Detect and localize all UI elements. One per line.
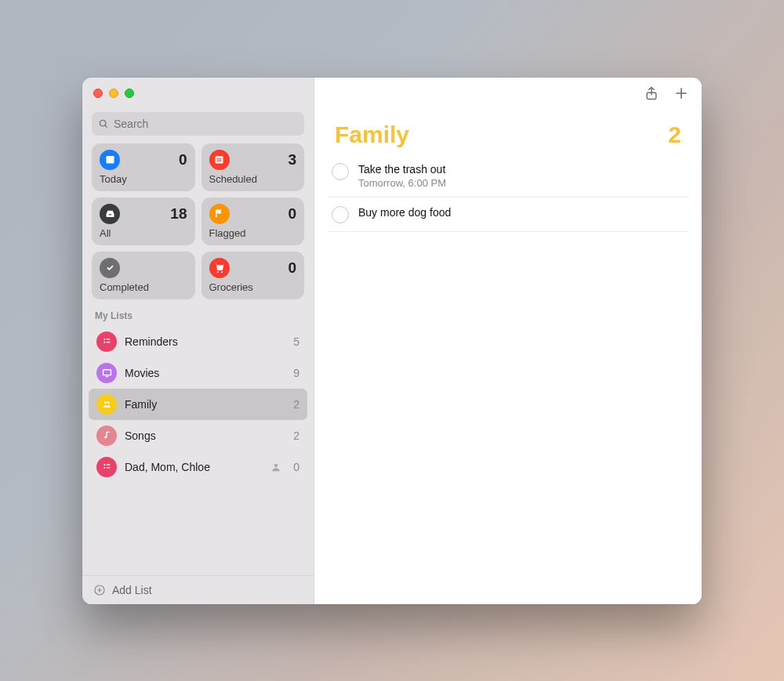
my-lists-heading: My Lists (82, 299, 314, 326)
calendar-lines-icon (209, 150, 230, 170)
smartlist-label: Flagged (209, 227, 297, 239)
titlebar (82, 78, 314, 109)
shared-icon (270, 461, 282, 473)
list-item-label: Songs (125, 429, 285, 442)
music-icon (96, 426, 117, 446)
close-icon[interactable] (93, 89, 103, 98)
check-icon (100, 258, 120, 278)
smartlist-label: Groceries (209, 281, 297, 293)
smartlist-label: Today (100, 173, 187, 185)
share-button[interactable] (644, 85, 659, 101)
list-title: Family (335, 121, 409, 148)
list-item-songs[interactable]: Songs 2 (89, 420, 307, 451)
list-item-family[interactable]: Family 2 (89, 389, 307, 420)
list-item-label: Movies (125, 367, 285, 379)
minimize-icon[interactable] (109, 89, 118, 98)
add-list-button[interactable]: Add List (82, 575, 314, 604)
bullet-icon (96, 331, 117, 352)
add-list-label: Add List (112, 584, 152, 596)
my-lists: Reminders 5 Movies 9 Family 2 Songs 2 Da… (82, 326, 314, 575)
svg-point-8 (104, 263, 115, 273)
plus-icon (673, 85, 689, 101)
reminder-body: Take the trash out Tomorrow, 6:00 PM (358, 162, 684, 190)
smartlist-count: 0 (288, 205, 296, 223)
list-item-dadmom[interactable]: Dad, Mom, Chloe 0 (89, 451, 307, 483)
smartlist-count: 3 (288, 151, 296, 168)
svg-point-18 (107, 401, 109, 404)
smartlist-scheduled[interactable]: 3 Scheduled (201, 143, 305, 191)
list-item-reminders[interactable]: Reminders 5 (89, 326, 307, 357)
reminder-subtitle: Tomorrow, 6:00 PM (358, 177, 684, 189)
svg-point-11 (103, 339, 105, 340)
smartlist-all[interactable]: 18 All (92, 197, 195, 245)
svg-point-9 (216, 271, 218, 273)
list-item-label: Family (125, 398, 285, 411)
reminder-row[interactable]: Buy more dog food (328, 197, 688, 232)
list-item-label: Dad, Mom, Chloe (125, 461, 262, 473)
list-item-count: 5 (293, 335, 299, 348)
smartlist-label: Scheduled (209, 173, 297, 185)
list-item-count: 2 (293, 429, 299, 442)
reminder-body: Buy more dog food (358, 205, 684, 223)
list-item-label: Reminders (125, 335, 285, 348)
svg-text:20: 20 (107, 158, 112, 163)
smartlist-groceries[interactable]: 0 Groceries (201, 252, 305, 299)
smartlist-count: 0 (288, 259, 296, 277)
list-item-count: 2 (293, 398, 299, 411)
smartlist-label: All (100, 227, 187, 239)
new-reminder-button[interactable] (673, 85, 689, 101)
smartlist-completed[interactable]: Completed (92, 252, 195, 299)
people-icon (96, 394, 117, 415)
zoom-icon[interactable] (125, 89, 134, 98)
bullet-icon (96, 457, 117, 477)
svg-line-1 (105, 125, 107, 127)
list-item-count: 9 (293, 367, 299, 379)
list-item-movies[interactable]: Movies 9 (89, 357, 307, 389)
tray-icon (100, 204, 120, 224)
svg-rect-5 (216, 156, 223, 163)
svg-point-21 (103, 467, 105, 469)
smart-lists: 20 0 Today 3 Scheduled 18 All 0 Flagged … (82, 143, 314, 299)
list-header: Family 2 (314, 109, 702, 154)
svg-point-0 (100, 120, 106, 126)
calendar-icon: 20 (100, 150, 120, 170)
reminders-window: 20 0 Today 3 Scheduled 18 All 0 Flagged … (82, 78, 702, 604)
reminder-row[interactable]: Take the trash out Tomorrow, 6:00 PM (328, 158, 688, 198)
flag-icon (209, 204, 230, 224)
svg-rect-15 (103, 370, 111, 375)
cart-icon (209, 258, 230, 278)
plus-circle-icon (93, 584, 106, 596)
complete-toggle[interactable] (332, 163, 349, 180)
main-toolbar (314, 78, 702, 109)
search-icon (98, 118, 109, 129)
screen-icon (96, 363, 117, 383)
sidebar: 20 0 Today 3 Scheduled 18 All 0 Flagged … (82, 78, 314, 604)
share-icon (644, 85, 659, 101)
list-count: 2 (668, 121, 681, 148)
svg-point-17 (104, 401, 107, 404)
svg-point-12 (103, 342, 105, 343)
svg-point-24 (274, 463, 278, 466)
complete-toggle[interactable] (332, 206, 349, 223)
svg-point-10 (220, 271, 222, 273)
main-panel: Family 2 Take the trash out Tomorrow, 6:… (314, 78, 702, 604)
reminder-title: Take the trash out (358, 162, 684, 177)
search-field[interactable] (92, 112, 304, 136)
smartlist-label: Completed (100, 281, 187, 293)
window-controls (93, 89, 134, 98)
search-input[interactable] (114, 118, 298, 130)
reminder-title: Buy more dog food (358, 205, 684, 220)
smartlist-count: 0 (179, 151, 187, 168)
reminders-list: Take the trash out Tomorrow, 6:00 PM Buy… (314, 154, 702, 233)
smartlist-flagged[interactable]: 0 Flagged (201, 197, 305, 245)
list-item-count: 0 (293, 461, 299, 473)
smartlist-count: 18 (170, 205, 187, 223)
svg-point-20 (103, 464, 105, 465)
smartlist-today[interactable]: 20 0 Today (92, 143, 195, 191)
